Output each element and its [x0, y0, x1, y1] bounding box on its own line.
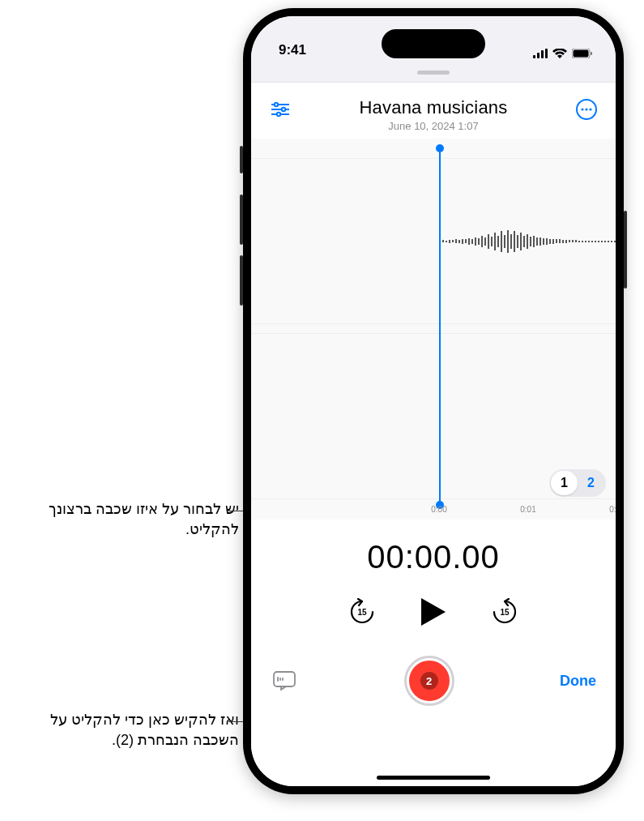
svg-rect-17	[274, 672, 295, 686]
phone-side-button	[240, 255, 243, 306]
playback-controls: 15 15	[251, 597, 616, 627]
record-layer-badge: 2	[420, 672, 438, 690]
layer-selector[interactable]: 1 2	[549, 469, 606, 497]
svg-point-10	[282, 108, 285, 111]
time-display: 00:00.00	[251, 539, 616, 575]
status-time: 9:41	[279, 42, 306, 58]
svg-point-15	[585, 108, 587, 110]
svg-point-16	[589, 108, 591, 110]
sliders-icon	[271, 102, 289, 117]
recording-sheet: Havana musicians June 10, 2024 1:07	[251, 83, 616, 786]
callout-record-tap: ואז להקיש כאן כדי להקליט על השכבה הנבחרת…	[28, 710, 239, 750]
waveform-area[interactable]: 1 2 0:00 0:01 0:02	[251, 139, 616, 520]
phone-side-button	[240, 146, 243, 173]
transcript-button[interactable]	[271, 667, 298, 695]
bottom-bar: 2 Done	[251, 658, 616, 703]
time-ruler: 0:00 0:01 0:02	[251, 505, 616, 520]
skip-forward-amount: 15	[500, 608, 509, 617]
waveform-layer-1	[251, 158, 616, 324]
svg-point-8	[275, 103, 278, 106]
phone-side-button	[240, 195, 243, 245]
play-button[interactable]	[420, 597, 447, 627]
ellipsis-circle-icon	[576, 99, 597, 120]
play-icon	[420, 597, 447, 627]
callout-text: יש לבחור על איזו שכבה ברצונך להקליט.	[49, 501, 239, 537]
dynamic-island	[382, 29, 485, 58]
layer-option-2[interactable]: 2	[578, 471, 604, 495]
skip-back-button[interactable]: 15	[348, 598, 376, 626]
skip-forward-button[interactable]: 15	[491, 598, 518, 626]
sheet-grabber	[417, 71, 450, 75]
waveform-1	[439, 217, 616, 266]
status-icons	[533, 49, 593, 58]
layer-option-1[interactable]: 1	[551, 471, 578, 495]
callout-text: ואז להקיש כאן כדי להקליט על השכבה הנבחרת…	[50, 712, 239, 748]
recording-title[interactable]: Havana musicians	[296, 97, 570, 118]
svg-rect-3	[545, 49, 548, 58]
phone-frame: 9:41	[243, 8, 624, 794]
svg-rect-2	[541, 50, 544, 58]
svg-rect-5	[574, 50, 589, 58]
sheet-grabber-area[interactable]	[251, 63, 616, 83]
wifi-icon	[552, 49, 567, 58]
ruler-tick: 0:02	[609, 505, 616, 514]
svg-rect-0	[533, 55, 535, 58]
ruler-tick: 0:00	[431, 505, 446, 514]
callout-layer-select: יש לבחור על איזו שכבה ברצונך להקליט.	[28, 499, 239, 540]
sheet-header: Havana musicians June 10, 2024 1:07	[251, 83, 616, 139]
record-button[interactable]: 2	[407, 658, 452, 703]
settings-button[interactable]	[268, 97, 292, 122]
recording-subtitle: June 10, 2024 1:07	[296, 120, 570, 132]
svg-rect-1	[537, 53, 540, 58]
battery-icon	[572, 49, 593, 58]
more-button[interactable]	[574, 97, 599, 122]
phone-side-button	[624, 211, 627, 289]
ruler-tick: 0:01	[520, 505, 535, 514]
skip-back-amount: 15	[357, 608, 366, 617]
svg-point-14	[581, 108, 583, 110]
phone-screen: 9:41	[251, 16, 616, 786]
cellular-icon	[533, 49, 548, 58]
transcript-icon	[273, 671, 296, 691]
svg-rect-6	[591, 52, 592, 55]
svg-point-12	[277, 113, 280, 116]
home-indicator[interactable]	[377, 776, 490, 780]
playhead[interactable]	[439, 148, 441, 505]
done-button[interactable]: Done	[560, 673, 596, 690]
